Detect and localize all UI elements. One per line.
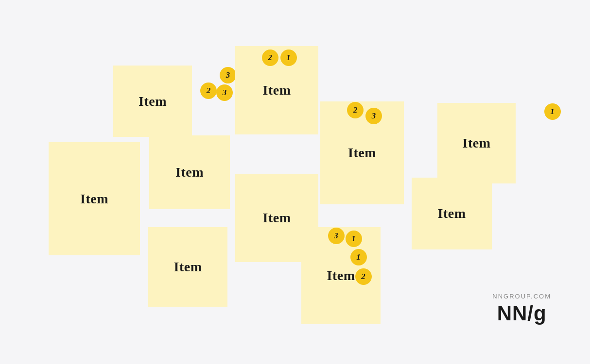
item-1-label: Item [139, 94, 167, 109]
item-7-label: Item [327, 268, 355, 283]
item-7-badge-2: 1 [350, 249, 367, 265]
item-1-badge-2: 3 [216, 84, 233, 101]
item-3-label: Item [175, 165, 204, 180]
brand-area: NNGROUP.COM NN/g [492, 293, 551, 325]
item-9: Item [437, 103, 516, 183]
item-1-badge-0: 3 [220, 67, 236, 83]
item-9-label: Item [463, 135, 491, 151]
item-10-label: Item [438, 206, 466, 221]
item-2: Item [49, 142, 140, 255]
item-9-badge-0: 1 [544, 103, 561, 120]
item-5-label: Item [263, 83, 291, 98]
brand-url: NNGROUP.COM [492, 293, 551, 300]
item-7-badge-1: 1 [346, 231, 362, 247]
item-8-badge-1: 3 [365, 108, 382, 124]
item-8-label: Item [348, 145, 376, 161]
item-7-badge-3: 2 [355, 268, 372, 285]
item-10: Item [412, 178, 492, 249]
item-4-label: Item [174, 259, 202, 275]
item-3: Item [149, 135, 230, 209]
item-5-badge-1: 1 [280, 50, 297, 66]
brand-logo: NN/g [492, 302, 551, 325]
item-4: Item [148, 227, 227, 307]
item-8-badge-0: 2 [347, 102, 364, 118]
item-6-label: Item [263, 210, 291, 226]
item-8: Item [320, 101, 404, 204]
item-1-badge-1: 2 [200, 83, 217, 99]
item-7-badge-0: 3 [328, 228, 345, 244]
item-2-label: Item [80, 191, 108, 207]
item-5-badge-0: 2 [262, 50, 278, 66]
item-1: Item [113, 66, 192, 137]
